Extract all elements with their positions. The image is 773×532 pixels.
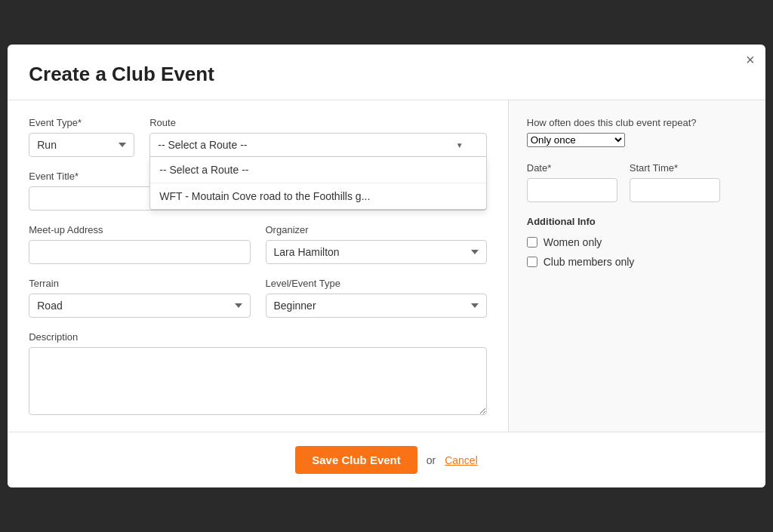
level-event-type-select[interactable]: Beginner Intermediate Advanced Elite [266,294,487,318]
club-members-only-checkbox[interactable] [527,257,537,267]
meetup-address-label: Meet-up Address [29,224,250,235]
level-event-type-group: Level/Event Type Beginner Intermediate A… [266,278,487,318]
date-label: Date* [527,162,617,174]
route-dropdown-container: -- Select a Route -- ▼ -- Select a Route… [149,133,487,157]
route-option-wft[interactable]: WFT - Moutain Cove road to the Foothills… [150,183,486,209]
start-time-label: Start Time* [630,162,720,174]
additional-info-label: Additional Info [527,216,747,227]
description-textarea[interactable] [29,347,487,415]
route-label: Route [149,117,487,128]
terrain-select[interactable]: Road Trail Track Mixed [29,294,250,318]
organizer-label: Organizer [266,224,487,235]
close-button[interactable]: × [746,52,755,67]
date-time-row: Date* 09/30/202 Start Time* 9:00 AM [527,162,747,202]
or-text: or [427,454,436,466]
chevron-down-icon: ▼ [456,141,463,149]
modal-overlay: Create a Club Event × Event Type* Run Ri… [0,0,773,532]
event-type-label: Event Type* [29,117,134,128]
terrain-group: Terrain Road Trail Track Mixed [29,278,250,318]
route-select-trigger[interactable]: -- Select a Route -- ▼ [149,133,487,157]
meetup-address-input[interactable] [29,240,250,264]
meetup-address-group: Meet-up Address [29,224,250,264]
women-only-checkbox[interactable] [527,237,537,248]
organizer-group: Organizer Lara Hamilton [266,224,487,264]
save-club-event-button[interactable]: Save Club Event [295,446,417,474]
modal-right-panel: How often does this club event repeat? O… [509,100,765,432]
date-group: Date* 09/30/202 [527,162,617,202]
women-only-row: Women only [527,236,747,248]
start-time-input[interactable]: 9:00 AM [630,178,720,202]
terrain-level-row: Terrain Road Trail Track Mixed Level/Eve… [29,278,487,318]
event-type-select[interactable]: Run Ride Swim Walk Hike [29,133,134,157]
create-club-event-modal: Create a Club Event × Event Type* Run Ri… [8,45,765,487]
organizer-select[interactable]: Lara Hamilton [266,240,487,264]
modal-body: Event Type* Run Ride Swim Walk Hike Rout… [8,100,765,432]
club-members-only-label[interactable]: Club members only [544,256,635,268]
women-only-label[interactable]: Women only [544,236,602,248]
cancel-button[interactable]: Cancel [445,454,478,466]
route-selected-value: -- Select a Route -- [158,139,247,151]
club-members-only-row: Club members only [527,256,747,268]
modal-header: Create a Club Event × [8,45,765,100]
route-dropdown-list: -- Select a Route -- WFT - Moutain Cove … [149,157,487,210]
event-type-route-row: Event Type* Run Ride Swim Walk Hike Rout… [29,117,487,157]
modal-title: Create a Club Event [29,63,744,86]
start-time-group: Start Time* 9:00 AM [630,162,720,202]
repeat-select[interactable]: Only once Weekly Biweekly Monthly [527,133,625,147]
description-group: Description [29,331,487,415]
event-type-group: Event Type* Run Ride Swim Walk Hike [29,117,134,157]
route-option-placeholder[interactable]: -- Select a Route -- [150,157,486,183]
description-label: Description [29,331,487,343]
repeat-section: How often does this club event repeat? O… [527,117,747,147]
level-event-type-label: Level/Event Type [266,278,487,289]
repeat-label: How often does this club event repeat? [527,117,747,128]
modal-footer: Save Club Event or Cancel [8,432,765,487]
terrain-label: Terrain [29,278,250,289]
date-input[interactable]: 09/30/202 [527,178,617,202]
meetup-organizer-row: Meet-up Address Organizer Lara Hamilton [29,224,487,264]
modal-left-panel: Event Type* Run Ride Swim Walk Hike Rout… [8,100,509,432]
route-group: Route -- Select a Route -- ▼ -- Select a… [149,117,487,157]
